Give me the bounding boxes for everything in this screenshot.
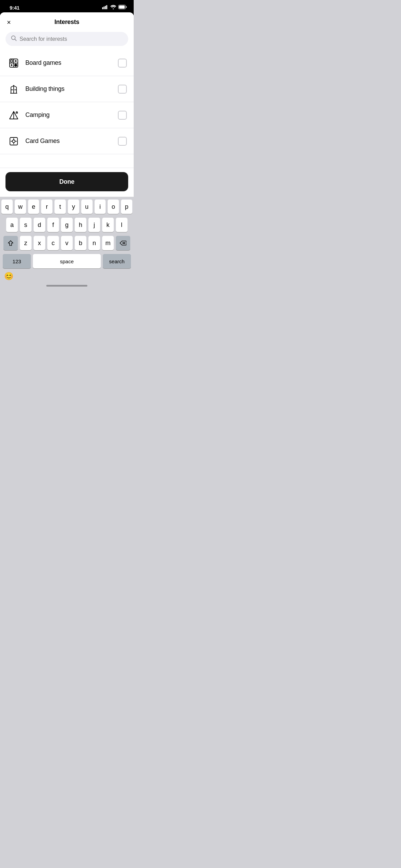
search-key[interactable]: search bbox=[103, 254, 131, 268]
search-icon bbox=[11, 35, 17, 43]
svg-rect-0 bbox=[102, 7, 103, 9]
key-e[interactable]: e bbox=[28, 200, 39, 214]
wifi-icon bbox=[110, 4, 116, 11]
numbers-key[interactable]: 123 bbox=[3, 254, 31, 268]
done-button-container: Done bbox=[0, 168, 134, 197]
svg-line-22 bbox=[14, 86, 16, 87]
key-c[interactable]: c bbox=[47, 236, 59, 250]
key-t[interactable]: t bbox=[54, 200, 66, 214]
key-y[interactable]: y bbox=[68, 200, 79, 214]
shift-key[interactable] bbox=[3, 236, 18, 250]
svg-point-33 bbox=[12, 140, 15, 143]
svg-line-21 bbox=[11, 86, 14, 87]
search-bar-container bbox=[0, 30, 134, 50]
interest-label: Board games bbox=[25, 59, 118, 67]
key-h[interactable]: h bbox=[75, 218, 86, 232]
camping-icon bbox=[7, 108, 21, 122]
interest-checkbox[interactable] bbox=[118, 111, 127, 120]
svg-rect-7 bbox=[119, 5, 125, 9]
key-l[interactable]: l bbox=[116, 218, 127, 232]
keyboard: q w e r t y u i o p a s d f g h j k l bbox=[0, 197, 134, 289]
status-icons bbox=[102, 4, 127, 11]
home-indicator bbox=[1, 283, 132, 288]
key-b[interactable]: b bbox=[75, 236, 86, 250]
svg-point-18 bbox=[15, 64, 16, 65]
key-u[interactable]: u bbox=[81, 200, 93, 214]
interest-checkbox[interactable] bbox=[118, 137, 127, 146]
svg-rect-2 bbox=[105, 6, 106, 9]
svg-point-15 bbox=[11, 64, 12, 65]
list-item[interactable]: Building things bbox=[0, 76, 134, 102]
emoji-button[interactable]: 😊 bbox=[4, 272, 13, 281]
key-j[interactable]: j bbox=[88, 218, 100, 232]
key-w[interactable]: w bbox=[15, 200, 26, 214]
interests-list: Board games Building things bbox=[0, 50, 134, 168]
key-i[interactable]: i bbox=[95, 200, 106, 214]
key-m[interactable]: m bbox=[102, 236, 114, 250]
interest-checkbox[interactable] bbox=[118, 85, 127, 94]
list-item[interactable]: Card Games bbox=[0, 128, 134, 154]
card-games-icon bbox=[7, 134, 21, 148]
svg-rect-3 bbox=[106, 5, 107, 9]
interest-label: Building things bbox=[25, 85, 118, 93]
key-g[interactable]: g bbox=[61, 218, 73, 232]
interest-label: Card Games bbox=[25, 137, 118, 145]
done-button[interactable]: Done bbox=[5, 172, 128, 191]
keyboard-row-3: z x c v b n m bbox=[1, 236, 132, 250]
keyboard-bottom-row: 123 space search bbox=[1, 254, 132, 269]
svg-point-19 bbox=[15, 65, 16, 66]
home-bar bbox=[46, 285, 87, 287]
svg-rect-13 bbox=[11, 60, 13, 62]
bottom-sheet: × Interests bbox=[0, 12, 134, 289]
svg-line-9 bbox=[15, 39, 16, 41]
list-item[interactable]: Board games bbox=[0, 50, 134, 76]
svg-point-14 bbox=[15, 60, 16, 61]
keyboard-emoji-row: 😊 bbox=[1, 269, 132, 283]
svg-point-4 bbox=[113, 9, 114, 10]
key-k[interactable]: k bbox=[102, 218, 114, 232]
close-button[interactable]: × bbox=[7, 19, 11, 26]
space-key[interactable]: space bbox=[33, 254, 100, 268]
svg-rect-1 bbox=[104, 7, 105, 9]
key-a[interactable]: a bbox=[6, 218, 18, 232]
search-input[interactable] bbox=[20, 36, 123, 42]
svg-point-31 bbox=[16, 112, 17, 113]
key-o[interactable]: o bbox=[108, 200, 119, 214]
key-r[interactable]: r bbox=[41, 200, 52, 214]
key-z[interactable]: z bbox=[20, 236, 32, 250]
status-time: 9:41 bbox=[10, 5, 20, 11]
sheet-title: Interests bbox=[54, 19, 79, 26]
keyboard-row-1: q w e r t y u i o p bbox=[1, 200, 132, 214]
interest-checkbox[interactable] bbox=[118, 59, 127, 68]
backspace-key[interactable] bbox=[116, 236, 130, 250]
signal-icon bbox=[102, 4, 108, 11]
key-v[interactable]: v bbox=[61, 236, 73, 250]
key-n[interactable]: n bbox=[88, 236, 100, 250]
sheet-header: × Interests bbox=[0, 12, 134, 30]
keyboard-row-2: a s d f g h j k l bbox=[1, 218, 132, 232]
interest-label: Camping bbox=[25, 111, 118, 119]
key-q[interactable]: q bbox=[1, 200, 13, 214]
key-d[interactable]: d bbox=[34, 218, 45, 232]
svg-rect-6 bbox=[126, 6, 127, 8]
key-p[interactable]: p bbox=[121, 200, 132, 214]
key-f[interactable]: f bbox=[47, 218, 59, 232]
key-x[interactable]: x bbox=[34, 236, 45, 250]
building-things-icon bbox=[7, 82, 21, 96]
board-games-icon bbox=[7, 56, 21, 70]
list-item bbox=[0, 154, 134, 168]
search-bar[interactable] bbox=[5, 32, 128, 46]
list-item[interactable]: Camping bbox=[0, 102, 134, 128]
battery-icon bbox=[118, 4, 127, 11]
key-s[interactable]: s bbox=[20, 218, 32, 232]
